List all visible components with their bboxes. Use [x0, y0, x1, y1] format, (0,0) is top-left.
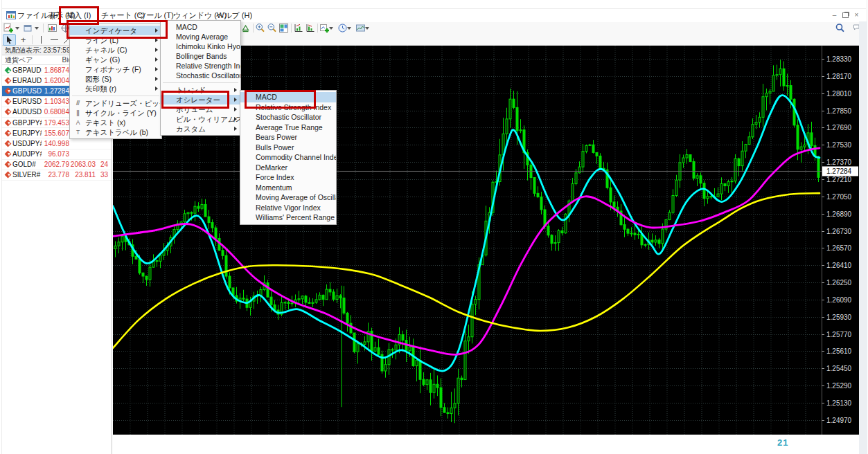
menu-item-label: Moving Average of Oscillator — [256, 193, 336, 201]
menu-item-label: MACD — [176, 23, 197, 31]
bid-cell: 2062.79 — [42, 161, 69, 168]
profiles-dropdown-icon[interactable] — [35, 27, 39, 30]
menu-item-volumes[interactable]: ボリューム — [161, 105, 240, 114]
menu-item-icon: T — [72, 127, 83, 137]
symbol-down-icon — [4, 161, 12, 167]
menu-item-trend[interactable]: トレンド — [161, 85, 240, 95]
close-button[interactable]: × — [851, 10, 862, 19]
menu-item-label: ビル・ウィリアムス — [176, 115, 240, 123]
menu-item[interactable]: ライン (L) — [70, 35, 161, 45]
menu-item[interactable]: Average True Range — [240, 122, 336, 133]
symbol-down-icon — [4, 78, 12, 84]
tile-windows-icon[interactable] — [278, 23, 290, 33]
menu-item[interactable]: Force Index — [240, 172, 336, 183]
indicator-window-up-icon[interactable] — [292, 23, 304, 33]
market-watch-row[interactable]: GOLD#2062.792063.0324 — [2, 160, 112, 170]
new-chart-dropdown-icon[interactable] — [15, 27, 19, 30]
menu-item[interactable]: Relative Vigor Index — [240, 203, 336, 213]
menu-item-text[interactable]: Aテキスト (x) — [70, 118, 161, 127]
menu-item-label: チャネル (C) — [85, 46, 127, 54]
symbol-cell: EURAUD# — [12, 77, 42, 84]
menu-item-label: Williams' Percent Range — [256, 213, 335, 221]
menu-item-label: Average True Range — [256, 123, 323, 131]
right-scroll-strip[interactable] — [859, 21, 867, 454]
submenu-arrow-icon — [155, 87, 158, 91]
menu-item[interactable]: Relative Strength Index — [240, 102, 336, 113]
menu-item-label: Bears Power — [256, 133, 297, 141]
menu-item-label: アンドリューズ・ピッチフォーク (A) — [85, 99, 161, 107]
menu-item[interactable]: Momentum — [240, 183, 336, 193]
symbol-down-icon — [4, 151, 12, 157]
menu-item-label: Force Index — [256, 173, 294, 181]
menu-item-label: Moving Average — [176, 33, 228, 41]
menu-item[interactable]: Williams' Percent Range — [240, 212, 336, 223]
menu-item[interactable]: Bollinger Bands — [161, 51, 240, 61]
menu-item[interactable]: ギャン (G) — [70, 55, 161, 64]
templates-dropdown-icon[interactable] — [365, 27, 369, 30]
menu-item[interactable]: Ichimoku Kinko Hyo — [161, 42, 240, 51]
svg-text:1.26250: 1.26250 — [826, 279, 852, 287]
column-header-symbol[interactable]: 通貨ペア — [2, 55, 55, 64]
symbol-cell: AUDUSD# — [12, 108, 42, 116]
menu-item[interactable]: Moving Average of Oscillator — [240, 192, 336, 203]
menu-item-macd[interactable]: MACD — [240, 92, 336, 102]
svg-text:1.25930: 1.25930 — [826, 314, 852, 321]
profiles-icon[interactable] — [22, 23, 34, 33]
minimize-button[interactable]: – — [829, 10, 840, 19]
restore-button[interactable] — [840, 10, 851, 19]
menu-item[interactable]: Moving Average — [161, 32, 240, 42]
cursor-icon[interactable] — [3, 34, 16, 46]
menu-item-label: テキストラベル (b) — [85, 128, 148, 136]
menu-item[interactable]: Stochastic Oscillator — [240, 112, 336, 122]
auto-scroll-icon[interactable] — [240, 23, 251, 33]
menu-item[interactable]: Stochastic Oscillator — [161, 71, 240, 80]
menu-item-cycle-lines[interactable]: |||サイクル・ライン (Y) — [70, 108, 161, 118]
menu-item-label: インディケータ — [85, 26, 137, 35]
menu-separator — [72, 96, 159, 96]
svg-text:1.27690: 1.27690 — [826, 124, 852, 131]
horizontal-line-icon[interactable] — [48, 35, 60, 45]
menu-item[interactable]: チャネル (C) — [70, 45, 161, 55]
svg-text:1.25610: 1.25610 — [826, 347, 852, 355]
menu-item-label: DeMarker — [256, 163, 287, 172]
menu-item[interactable]: Commodity Channel Index — [240, 152, 336, 163]
add-indicator-dropdown-icon[interactable] — [329, 27, 333, 30]
indicator-window-down-icon[interactable] — [304, 23, 316, 33]
new-chart-icon[interactable] — [3, 23, 15, 33]
vertical-line-icon[interactable] — [35, 35, 47, 45]
menu-item-label: Commodity Channel Index — [256, 153, 336, 161]
market-watch-row[interactable]: SILVER#23.77823.81133 — [2, 170, 112, 181]
menu-item[interactable]: Bears Power — [240, 132, 336, 143]
svg-text:1.26890: 1.26890 — [826, 210, 852, 218]
menu-item[interactable]: フィボナッチ (F) — [70, 64, 161, 74]
menu-item[interactable]: Relative Strength Index — [161, 61, 240, 71]
menu-item[interactable]: DeMarker — [240, 163, 336, 173]
crosshair-icon[interactable]: + — [17, 35, 29, 45]
zoom-out-icon[interactable] — [266, 23, 278, 33]
spread-cell: 33 — [96, 171, 108, 179]
symbol-down-icon — [4, 98, 12, 105]
menu-item-text-label[interactable]: Tテキストラベル (b) — [70, 127, 161, 137]
menu-item-oscillators[interactable]: オシレーター — [161, 95, 240, 105]
svg-text:1.27370: 1.27370 — [826, 158, 852, 166]
timeframes-dropdown-icon[interactable] — [347, 27, 351, 30]
symbol-cell: EURUSD# — [12, 98, 42, 105]
menubar-item-insert[interactable]: 挿入 (I) — [64, 9, 94, 22]
svg-text:1.27530: 1.27530 — [826, 141, 852, 149]
market-watch-row[interactable]: AUDJPY#96.073 — [2, 149, 112, 160]
menu-item-bill-williams[interactable]: ビル・ウィリアムス — [161, 114, 240, 124]
zoom-in-icon[interactable] — [254, 23, 266, 33]
svg-text:1.26730: 1.26730 — [826, 228, 852, 235]
menu-item-indicators[interactable]: インディケータ — [70, 26, 161, 35]
menu-item[interactable]: MACD — [161, 22, 240, 32]
menu-item-andrews-pitchfork[interactable]: ///アンドリューズ・ピッチフォーク (A) — [70, 98, 161, 108]
search-icon[interactable] — [834, 23, 846, 33]
menu-item[interactable]: 矢印類 (r) — [70, 84, 161, 93]
chart-shift-icon[interactable] — [46, 23, 58, 33]
menu-item[interactable]: Bulls Power — [240, 143, 336, 153]
menu-item-custom[interactable]: カスタム — [161, 124, 240, 134]
market-watch-row[interactable]: USDJPY#140.998 — [2, 138, 112, 149]
symbol-down-icon — [4, 140, 12, 147]
svg-text:1.25130: 1.25130 — [826, 399, 852, 407]
menu-item[interactable]: 図形 (S) — [70, 74, 161, 84]
